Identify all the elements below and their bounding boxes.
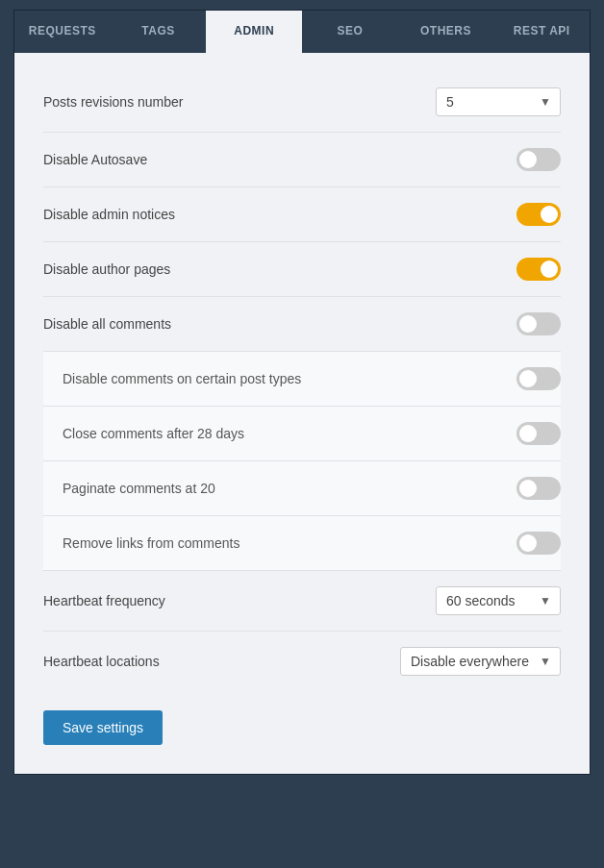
disable-comments-post-types-slider xyxy=(516,367,561,390)
tab-requests[interactable]: REQUESTS xyxy=(14,11,111,53)
disable-comments-post-types-toggle[interactable] xyxy=(516,367,561,390)
close-comments-toggle[interactable] xyxy=(516,422,561,445)
admin-content: Posts revisions number 5 10 15 20 25 ▼ D… xyxy=(14,53,590,774)
tab-admin[interactable]: ADMIN xyxy=(206,11,302,53)
save-button[interactable]: Save settings xyxy=(43,710,163,745)
remove-links-slider xyxy=(516,532,561,555)
heartbeat-loc-select-wrapper: Disable everywhere Allow everywhere Admi… xyxy=(400,647,561,676)
paginate-comments-slider xyxy=(516,477,561,500)
main-window: REQUESTS TAGS ADMIN SEO OTHERS REST API … xyxy=(13,10,591,775)
disable-all-comments-slider xyxy=(516,312,561,335)
posts-revisions-row: Posts revisions number 5 10 15 20 25 ▼ xyxy=(43,72,561,133)
disable-autosave-row: Disable Autosave xyxy=(43,133,561,187)
heartbeat-freq-select[interactable]: 30 seconds 60 seconds 120 seconds xyxy=(436,586,561,615)
disable-all-comments-row: Disable all comments xyxy=(43,297,561,352)
disable-autosave-label: Disable Autosave xyxy=(43,152,147,167)
disable-author-pages-slider xyxy=(516,258,561,281)
disable-author-pages-label: Disable author pages xyxy=(43,261,170,277)
heartbeat-loc-label: Heartbeat locations xyxy=(43,654,160,669)
heartbeat-freq-row: Heartbeat frequency 30 seconds 60 second… xyxy=(43,571,561,632)
remove-links-label: Remove links from comments xyxy=(43,535,239,551)
heartbeat-freq-label: Heartbeat frequency xyxy=(43,593,165,608)
heartbeat-loc-row: Heartbeat locations Disable everywhere A… xyxy=(43,632,561,691)
disable-admin-notices-slider xyxy=(516,203,561,226)
paginate-comments-row: Paginate comments at 20 xyxy=(43,461,561,516)
posts-revisions-label: Posts revisions number xyxy=(43,94,184,110)
posts-revisions-select-wrapper: 5 10 15 20 25 ▼ xyxy=(436,87,561,116)
disable-admin-notices-row: Disable admin notices xyxy=(43,187,561,242)
disable-author-pages-row: Disable author pages xyxy=(43,242,561,297)
disable-all-comments-label: Disable all comments xyxy=(43,316,171,332)
posts-revisions-select[interactable]: 5 10 15 20 25 xyxy=(436,87,561,116)
remove-links-row: Remove links from comments xyxy=(43,516,561,571)
tab-seo[interactable]: SEO xyxy=(302,11,398,53)
remove-links-toggle[interactable] xyxy=(516,532,561,555)
heartbeat-loc-select[interactable]: Disable everywhere Allow everywhere Admi… xyxy=(400,647,561,676)
tab-tags[interactable]: TAGS xyxy=(111,11,207,53)
disable-autosave-slider xyxy=(516,148,561,171)
disable-comments-post-types-row: Disable comments on certain post types xyxy=(43,352,561,407)
disable-comments-post-types-label: Disable comments on certain post types xyxy=(43,371,301,386)
paginate-comments-label: Paginate comments at 20 xyxy=(43,481,215,496)
disable-autosave-toggle[interactable] xyxy=(516,148,561,171)
paginate-comments-toggle[interactable] xyxy=(516,477,561,500)
close-comments-row: Close comments after 28 days xyxy=(43,407,561,461)
close-comments-slider xyxy=(516,422,561,445)
disable-author-pages-toggle[interactable] xyxy=(516,258,561,281)
tab-rest-api[interactable]: REST API xyxy=(493,11,590,53)
disable-all-comments-toggle[interactable] xyxy=(516,312,561,335)
tab-bar: REQUESTS TAGS ADMIN SEO OTHERS REST API xyxy=(14,11,590,53)
heartbeat-freq-select-wrapper: 30 seconds 60 seconds 120 seconds ▼ xyxy=(436,586,561,615)
tab-others[interactable]: OTHERS xyxy=(398,11,494,53)
disable-admin-notices-toggle[interactable] xyxy=(516,203,561,226)
disable-admin-notices-label: Disable admin notices xyxy=(43,207,175,222)
close-comments-label: Close comments after 28 days xyxy=(43,426,244,441)
